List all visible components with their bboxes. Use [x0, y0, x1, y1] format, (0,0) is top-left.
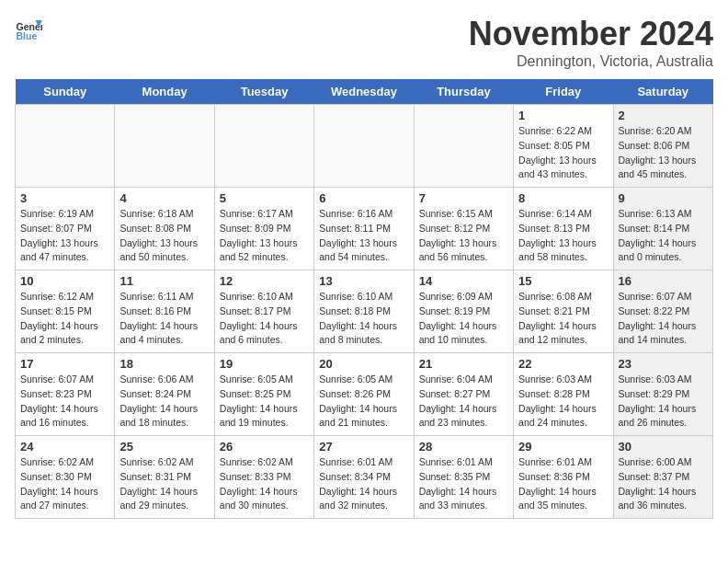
day-info: Sunrise: 6:01 AM Sunset: 8:34 PM Dayligh…: [319, 455, 408, 513]
day-info: Sunrise: 6:02 AM Sunset: 8:33 PM Dayligh…: [220, 455, 309, 513]
day-number: 5: [220, 191, 309, 205]
day-number: 15: [518, 274, 608, 288]
day-number: 12: [220, 274, 309, 288]
calendar-cell: 9Sunrise: 6:13 AM Sunset: 8:14 PM Daylig…: [613, 188, 712, 270]
day-info: Sunrise: 6:07 AM Sunset: 8:23 PM Dayligh…: [20, 373, 109, 431]
calendar-week-5: 24Sunrise: 6:02 AM Sunset: 8:30 PM Dayli…: [16, 436, 713, 519]
day-info: Sunrise: 6:15 AM Sunset: 8:12 PM Dayligh…: [419, 207, 508, 265]
calendar-cell: [314, 105, 414, 188]
calendar-cell: 26Sunrise: 6:02 AM Sunset: 8:33 PM Dayli…: [214, 436, 313, 519]
day-info: Sunrise: 6:05 AM Sunset: 8:26 PM Dayligh…: [319, 373, 408, 431]
day-number: 13: [319, 274, 408, 288]
calendar-cell: 13Sunrise: 6:10 AM Sunset: 8:18 PM Dayli…: [314, 270, 414, 353]
day-info: Sunrise: 6:19 AM Sunset: 8:07 PM Dayligh…: [20, 207, 109, 265]
calendar-cell: 30Sunrise: 6:00 AM Sunset: 8:37 PM Dayli…: [613, 436, 712, 519]
calendar-cell: 23Sunrise: 6:03 AM Sunset: 8:29 PM Dayli…: [613, 353, 712, 436]
day-info: Sunrise: 6:08 AM Sunset: 8:21 PM Dayligh…: [518, 290, 608, 348]
calendar-week-3: 10Sunrise: 6:12 AM Sunset: 8:15 PM Dayli…: [16, 270, 713, 353]
day-number: 16: [619, 274, 708, 288]
calendar-cell: 19Sunrise: 6:05 AM Sunset: 8:25 PM Dayli…: [214, 353, 313, 436]
calendar-cell: 3Sunrise: 6:19 AM Sunset: 8:07 PM Daylig…: [16, 188, 115, 270]
day-info: Sunrise: 6:18 AM Sunset: 8:08 PM Dayligh…: [119, 207, 209, 265]
day-info: Sunrise: 6:11 AM Sunset: 8:16 PM Dayligh…: [119, 290, 209, 348]
day-info: Sunrise: 6:10 AM Sunset: 8:17 PM Dayligh…: [220, 290, 309, 348]
calendar-cell: 4Sunrise: 6:18 AM Sunset: 8:08 PM Daylig…: [115, 188, 214, 270]
day-info: Sunrise: 6:09 AM Sunset: 8:19 PM Dayligh…: [419, 290, 508, 348]
calendar-body: 1Sunrise: 6:22 AM Sunset: 8:05 PM Daylig…: [16, 105, 713, 519]
day-info: Sunrise: 6:07 AM Sunset: 8:22 PM Dayligh…: [619, 290, 708, 348]
calendar-cell: 18Sunrise: 6:06 AM Sunset: 8:24 PM Dayli…: [115, 353, 214, 436]
title-area: November 2024 Dennington, Victoria, Aust…: [469, 15, 713, 70]
day-number: 26: [220, 440, 309, 454]
calendar-cell: 29Sunrise: 6:01 AM Sunset: 8:36 PM Dayli…: [514, 436, 613, 519]
day-info: Sunrise: 6:02 AM Sunset: 8:30 PM Dayligh…: [20, 455, 109, 513]
calendar-cell: 5Sunrise: 6:17 AM Sunset: 8:09 PM Daylig…: [214, 188, 313, 270]
day-info: Sunrise: 6:12 AM Sunset: 8:15 PM Dayligh…: [20, 290, 109, 348]
calendar-cell: 12Sunrise: 6:10 AM Sunset: 8:17 PM Dayli…: [214, 270, 313, 353]
weekday-monday: Monday: [115, 79, 214, 105]
day-info: Sunrise: 6:16 AM Sunset: 8:11 PM Dayligh…: [319, 207, 408, 265]
calendar-cell: 20Sunrise: 6:05 AM Sunset: 8:26 PM Dayli…: [314, 353, 414, 436]
day-number: 29: [518, 440, 608, 454]
svg-text:Blue: Blue: [17, 30, 38, 41]
day-number: 7: [419, 191, 508, 205]
weekday-thursday: Thursday: [414, 79, 513, 105]
day-number: 25: [119, 440, 209, 454]
calendar-cell: 15Sunrise: 6:08 AM Sunset: 8:21 PM Dayli…: [514, 270, 613, 353]
calendar-cell: 24Sunrise: 6:02 AM Sunset: 8:30 PM Dayli…: [16, 436, 115, 519]
day-number: 1: [518, 109, 608, 122]
weekday-header-row: SundayMondayTuesdayWednesdayThursdayFrid…: [16, 79, 713, 105]
calendar-cell: [414, 105, 513, 188]
day-number: 27: [319, 440, 408, 454]
calendar-cell: 22Sunrise: 6:03 AM Sunset: 8:28 PM Dayli…: [514, 353, 613, 436]
day-number: 3: [20, 191, 109, 205]
header: General Blue November 2024 Dennington, V…: [15, 15, 713, 70]
day-info: Sunrise: 6:04 AM Sunset: 8:27 PM Dayligh…: [419, 373, 508, 431]
day-number: 19: [220, 357, 309, 371]
day-number: 2: [619, 109, 708, 122]
calendar-cell: 8Sunrise: 6:14 AM Sunset: 8:13 PM Daylig…: [514, 188, 613, 270]
day-number: 24: [20, 440, 109, 454]
calendar-cell: 28Sunrise: 6:01 AM Sunset: 8:35 PM Dayli…: [414, 436, 513, 519]
calendar-cell: 2Sunrise: 6:20 AM Sunset: 8:06 PM Daylig…: [613, 105, 712, 188]
day-number: 22: [518, 357, 608, 371]
day-info: Sunrise: 6:14 AM Sunset: 8:13 PM Dayligh…: [518, 207, 608, 265]
day-info: Sunrise: 6:02 AM Sunset: 8:31 PM Dayligh…: [119, 455, 209, 513]
day-number: 8: [518, 191, 608, 205]
weekday-sunday: Sunday: [16, 79, 115, 105]
day-info: Sunrise: 6:05 AM Sunset: 8:25 PM Dayligh…: [220, 373, 309, 431]
calendar-cell: 25Sunrise: 6:02 AM Sunset: 8:31 PM Dayli…: [115, 436, 214, 519]
day-number: 28: [419, 440, 508, 454]
subtitle: Dennington, Victoria, Australia: [469, 53, 713, 70]
calendar-cell: 10Sunrise: 6:12 AM Sunset: 8:15 PM Dayli…: [16, 270, 115, 353]
calendar-week-4: 17Sunrise: 6:07 AM Sunset: 8:23 PM Dayli…: [16, 353, 713, 436]
day-info: Sunrise: 6:03 AM Sunset: 8:29 PM Dayligh…: [619, 373, 708, 431]
calendar-cell: 27Sunrise: 6:01 AM Sunset: 8:34 PM Dayli…: [314, 436, 414, 519]
weekday-tuesday: Tuesday: [214, 79, 313, 105]
calendar-cell: 1Sunrise: 6:22 AM Sunset: 8:05 PM Daylig…: [514, 105, 613, 188]
day-info: Sunrise: 6:06 AM Sunset: 8:24 PM Dayligh…: [119, 373, 209, 431]
day-number: 18: [119, 357, 209, 371]
day-number: 6: [319, 191, 408, 205]
calendar-cell: [115, 105, 214, 188]
weekday-saturday: Saturday: [613, 79, 712, 105]
weekday-friday: Friday: [514, 79, 613, 105]
day-info: Sunrise: 6:20 AM Sunset: 8:06 PM Dayligh…: [619, 124, 708, 182]
calendar-week-1: 1Sunrise: 6:22 AM Sunset: 8:05 PM Daylig…: [16, 105, 713, 188]
calendar-cell: 16Sunrise: 6:07 AM Sunset: 8:22 PM Dayli…: [613, 270, 712, 353]
day-info: Sunrise: 6:01 AM Sunset: 8:35 PM Dayligh…: [419, 455, 508, 513]
calendar-week-2: 3Sunrise: 6:19 AM Sunset: 8:07 PM Daylig…: [16, 188, 713, 270]
day-number: 20: [319, 357, 408, 371]
day-number: 14: [419, 274, 508, 288]
calendar-cell: 17Sunrise: 6:07 AM Sunset: 8:23 PM Dayli…: [16, 353, 115, 436]
day-number: 4: [119, 191, 209, 205]
logo-icon: General Blue: [15, 15, 42, 42]
day-info: Sunrise: 6:10 AM Sunset: 8:18 PM Dayligh…: [319, 290, 408, 348]
calendar-cell: 21Sunrise: 6:04 AM Sunset: 8:27 PM Dayli…: [414, 353, 513, 436]
calendar-cell: 14Sunrise: 6:09 AM Sunset: 8:19 PM Dayli…: [414, 270, 513, 353]
day-number: 30: [619, 440, 708, 454]
day-number: 17: [20, 357, 109, 371]
day-info: Sunrise: 6:03 AM Sunset: 8:28 PM Dayligh…: [518, 373, 608, 431]
day-info: Sunrise: 6:17 AM Sunset: 8:09 PM Dayligh…: [220, 207, 309, 265]
calendar-cell: [16, 105, 115, 188]
